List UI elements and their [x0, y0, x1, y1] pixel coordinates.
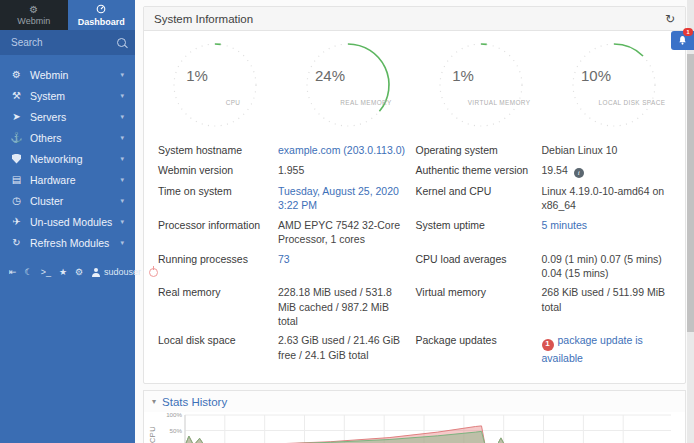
user-icon: [91, 268, 101, 277]
gauge-value: 1%: [186, 67, 208, 84]
panel-header: System Information ↻: [144, 7, 685, 31]
info-text: 19.54: [542, 164, 568, 176]
system-info-table: System hostnameexample.com (203.0.113.0)…: [144, 133, 685, 383]
info-label-kernel-and-cpu: Kernel and CPU: [416, 184, 534, 212]
sidebar-footer: ⇤☾>_★⚙sudouser: [0, 261, 135, 284]
chart-cpu: CPU 3:15:56 PM3:16:31 PM3:17:07 PM3:17:4…: [144, 412, 685, 443]
charts-container: CPU 3:15:56 PM3:16:31 PM3:17:07 PM3:17:4…: [144, 412, 685, 443]
sidebar-tabs: ⚙ Webmin Dashboard: [0, 0, 135, 30]
info-value: Tuesday, August 25, 2020 3:22 PM: [278, 184, 408, 212]
webmin-dashboard: ⚙ Webmin Dashboard ⚙Webmin▾⚒System▾➤Serv…: [0, 0, 694, 443]
tab-webmin[interactable]: ⚙ Webmin: [0, 0, 68, 30]
sidebar-item-label: Servers: [30, 111, 66, 123]
info-label-virtual-memory: Virtual memory: [416, 285, 534, 328]
info-link[interactable]: example.com (203.0.113.0): [278, 144, 405, 156]
chevron-down-icon: ▾: [120, 92, 124, 100]
chevron-down-icon: ▾: [120, 218, 124, 226]
notification-badge: 1: [683, 28, 693, 36]
info-label-system-uptime: System uptime: [416, 218, 534, 246]
sidebar-item-label: Cluster: [30, 195, 63, 207]
info-label-cpu-load-averages: CPU load averages: [416, 252, 534, 280]
info-label-system-hostname: System hostname: [158, 143, 270, 157]
stats-history-header[interactable]: ▾ Stats History: [144, 391, 685, 412]
sidebar-item-label: Others: [30, 132, 62, 144]
sidebar-item-others[interactable]: ⚓Others▾: [0, 127, 135, 148]
notifications-toggle[interactable]: 1: [671, 31, 694, 50]
sidebar-menu: ⚙Webmin▾⚒System▾➤Servers▾⚓Others▾Network…: [0, 55, 135, 257]
info-value: 0.09 (1 min) 0.07 (5 mins) 0.04 (15 mins…: [542, 252, 672, 280]
sidebar-item-cluster[interactable]: ◷Cluster▾: [0, 190, 135, 211]
update-count-badge: 1: [542, 339, 554, 351]
sidebar-item-un-used-modules[interactable]: ✈Un-used Modules▾: [0, 211, 135, 232]
chevron-down-icon: ▾: [120, 155, 124, 163]
main-content: System Information ↻ 1% CPU 24% REAL MEM…: [135, 0, 694, 443]
speedometer-icon: [96, 4, 106, 16]
anchor-icon: ⚓: [11, 133, 22, 143]
system-information-panel: System Information ↻ 1% CPU 24% REAL MEM…: [143, 6, 686, 384]
info-label-package-updates: Package updates: [416, 333, 534, 365]
chevron-down-icon: ▾: [120, 239, 124, 247]
info-value: 73: [278, 252, 408, 280]
gauges-row: 1% CPU 24% REAL MEMORY 1% VIRTUAL MEMORY…: [144, 31, 685, 133]
info-link[interactable]: package update is available: [542, 334, 643, 363]
tab-webmin-label: Webmin: [17, 16, 50, 26]
sidebar-item-servers[interactable]: ➤Servers▾: [0, 106, 135, 127]
power-icon: [149, 268, 158, 277]
svg-text:50%: 50%: [170, 426, 183, 433]
info-label-authentic-theme-version: Authentic theme version: [416, 163, 534, 179]
terminal-icon: >_: [41, 268, 51, 277]
tab-dashboard[interactable]: Dashboard: [68, 0, 136, 30]
info-value: Debian Linux 10: [542, 143, 672, 157]
night-mode-button[interactable]: ☾: [25, 268, 33, 277]
chevron-down-icon: ▾: [120, 71, 124, 79]
power-button[interactable]: [149, 268, 158, 277]
sidebar-item-label: System: [30, 90, 65, 102]
sidebar-item-hardware[interactable]: ▤Hardware▾: [0, 169, 135, 190]
gauge-label: CPU: [225, 99, 240, 106]
chevron-down-icon: ▾: [120, 134, 124, 142]
hdd-icon: ▤: [11, 175, 22, 185]
search-icon[interactable]: [117, 38, 126, 47]
sidebar-item-system[interactable]: ⚒System▾: [0, 85, 135, 106]
chevron-down-icon: ▾: [120, 197, 124, 205]
info-text: 0.09 (1 min) 0.07 (5 mins) 0.04 (15 mins…: [542, 253, 662, 279]
search-input[interactable]: [9, 36, 111, 49]
info-text: 1.955: [278, 164, 304, 176]
gauge-value: 24%: [315, 67, 345, 84]
info-link[interactable]: Tuesday, August 25, 2020 3:22 PM: [278, 185, 399, 211]
scrollbar-thumb[interactable]: [687, 54, 694, 332]
info-value: 5 minutes: [542, 218, 672, 246]
info-value: 1.955: [278, 163, 408, 179]
sidebar-item-refresh-modules[interactable]: ↻Refresh Modules▾: [0, 232, 135, 253]
info-value: 268 KiB used / 511.99 MiB total: [542, 285, 672, 328]
info-link[interactable]: 73: [278, 253, 290, 265]
gauge-real-memory: 24% REAL MEMORY: [281, 37, 414, 133]
sidebar-item-webmin[interactable]: ⚙Webmin▾: [0, 64, 135, 85]
info-text: 2.63 GiB used / 21.46 GiB free / 24.1 Gi…: [278, 334, 400, 360]
gear-icon: ⚙: [29, 5, 38, 15]
chevron-down-icon: ▾: [120, 113, 124, 121]
info-icon[interactable]: i: [574, 168, 584, 178]
info-text: 228.18 MiB used / 531.8 MiB cached / 987…: [278, 286, 392, 326]
favorites-star-button[interactable]: ★: [59, 268, 67, 277]
svg-text:100%: 100%: [166, 412, 182, 418]
info-link[interactable]: 5 minutes: [542, 219, 588, 231]
sidebar-item-networking[interactable]: Networking▾: [0, 148, 135, 169]
sidebar: ⚙ Webmin Dashboard ⚙Webmin▾⚒System▾➤Serv…: [0, 0, 135, 443]
collapse-sidebar-button[interactable]: ⇤: [9, 268, 17, 277]
info-value: 19.54i: [542, 163, 672, 179]
gauge-label: REAL MEMORY: [340, 99, 392, 106]
stats-history-title: Stats History: [162, 396, 227, 408]
vertical-scrollbar: [687, 0, 694, 443]
sidebar-item-label: Un-used Modules: [30, 216, 112, 228]
sidebar-item-label: Webmin: [30, 69, 68, 81]
user-button[interactable]: sudouser: [91, 268, 141, 277]
shield-icon: [11, 154, 22, 164]
plane-icon: ✈: [11, 217, 22, 227]
refresh-icon[interactable]: ↻: [665, 13, 675, 25]
settings-cogs-button[interactable]: ⚙: [75, 268, 83, 277]
terminal-button[interactable]: >_: [41, 268, 51, 277]
info-text: Linux 4.19.0-10-amd64 on x86_64: [542, 185, 665, 211]
wrench-icon: ⚒: [11, 91, 22, 101]
info-value: Linux 4.19.0-10-amd64 on x86_64: [542, 184, 672, 212]
